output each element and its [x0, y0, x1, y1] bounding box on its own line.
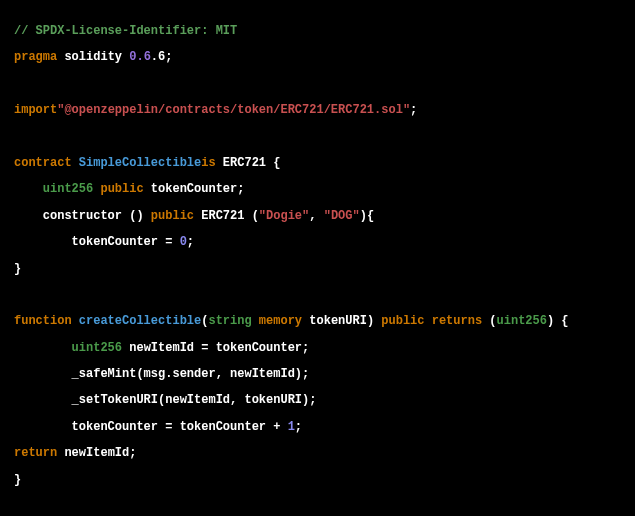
- token: string: [208, 314, 251, 328]
- code-line: function createCollectible(string memory…: [14, 308, 621, 334]
- token: uint256: [497, 314, 547, 328]
- token: public: [100, 182, 143, 196]
- token: newItemId = tokenCounter;: [122, 341, 309, 355]
- token: _setTokenURI(newItemId, tokenURI);: [14, 393, 316, 407]
- token: "@openzeppelin/contracts/token/ERC721/ER…: [57, 103, 410, 117]
- token: is: [201, 156, 215, 170]
- token: ){: [360, 209, 374, 223]
- token: memory: [259, 314, 302, 328]
- code-line: uint256 newItemId = tokenCounter;: [14, 335, 621, 361]
- token: ,: [309, 209, 323, 223]
- token: returns: [432, 314, 482, 328]
- token: newItemId;: [57, 446, 136, 460]
- token: [72, 314, 79, 328]
- token: ERC721 (: [194, 209, 259, 223]
- token: 0: [180, 235, 187, 249]
- token: solidity: [57, 50, 129, 64]
- token: pragma: [14, 50, 57, 64]
- token: "Dogie": [259, 209, 309, 223]
- code-line: [14, 124, 621, 150]
- token: ;: [410, 103, 417, 117]
- token: 1: [288, 420, 295, 434]
- token: tokenURI): [302, 314, 381, 328]
- token: }: [14, 262, 21, 276]
- token: import: [14, 103, 57, 117]
- token: return: [14, 446, 57, 460]
- token: constructor (): [14, 209, 151, 223]
- code-line: }: [14, 256, 621, 282]
- token: ) {: [547, 314, 569, 328]
- token: [14, 341, 72, 355]
- code-line: contract SimpleCollectibleis ERC721 {: [14, 150, 621, 176]
- token: tokenCounter =: [14, 235, 180, 249]
- token: public: [381, 314, 424, 328]
- token: function: [14, 314, 72, 328]
- code-line: uint256 public tokenCounter;: [14, 176, 621, 202]
- code-line: pragma solidity 0.6.6;: [14, 44, 621, 70]
- token: [252, 314, 259, 328]
- token: SimpleCollectible: [79, 156, 201, 170]
- token: [14, 182, 43, 196]
- code-line: constructor () public ERC721 ("Dogie", "…: [14, 203, 621, 229]
- token: tokenCounter = tokenCounter +: [14, 420, 288, 434]
- token: public: [151, 209, 194, 223]
- token: "DOG": [324, 209, 360, 223]
- token: ERC721 {: [216, 156, 281, 170]
- code-line: tokenCounter = 0;: [14, 229, 621, 255]
- code-line: return newItemId;: [14, 440, 621, 466]
- token: tokenCounter;: [144, 182, 245, 196]
- token: uint256: [72, 341, 122, 355]
- token: (: [482, 314, 496, 328]
- token: createCollectible: [79, 314, 201, 328]
- token: }: [14, 473, 21, 487]
- token: uint256: [43, 182, 93, 196]
- code-block: // SPDX-License-Identifier: MITpragma so…: [14, 18, 621, 516]
- token: contract: [14, 156, 72, 170]
- code-line: [14, 282, 621, 308]
- token: .6;: [151, 50, 173, 64]
- token: [72, 156, 79, 170]
- code-line: // SPDX-License-Identifier: MIT: [14, 18, 621, 44]
- code-line: [14, 493, 621, 516]
- code-line: _safeMint(msg.sender, newItemId);: [14, 361, 621, 387]
- code-line: }: [14, 467, 621, 493]
- code-line: [14, 71, 621, 97]
- token: // SPDX-License-Identifier: MIT: [14, 24, 237, 38]
- code-line: _setTokenURI(newItemId, tokenURI);: [14, 387, 621, 413]
- code-line: tokenCounter = tokenCounter + 1;: [14, 414, 621, 440]
- code-line: import"@openzeppelin/contracts/token/ERC…: [14, 97, 621, 123]
- token: [425, 314, 432, 328]
- token: ;: [295, 420, 302, 434]
- token: 0.6: [129, 50, 151, 64]
- token: ;: [187, 235, 194, 249]
- token: _safeMint(msg.sender, newItemId);: [14, 367, 309, 381]
